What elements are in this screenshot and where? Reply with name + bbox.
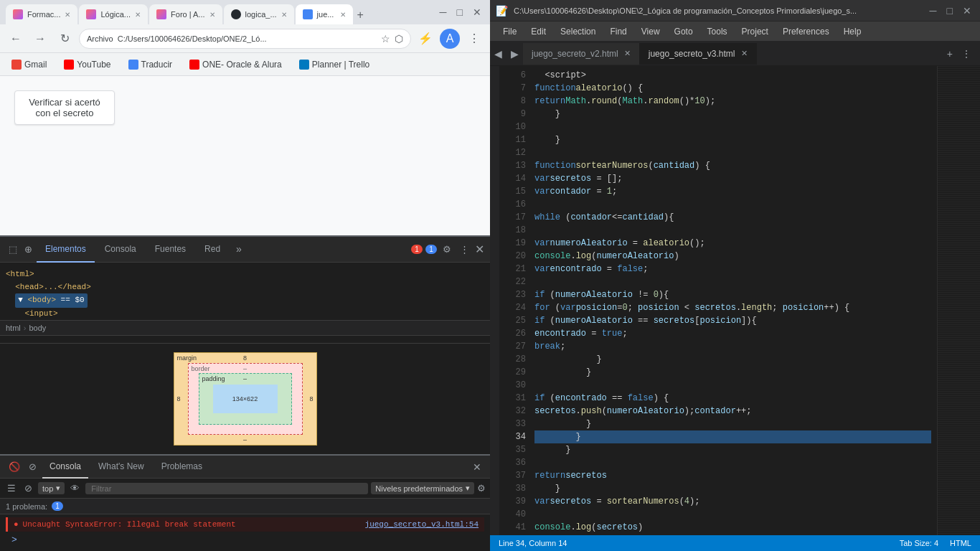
tab-close-4[interactable]: ✕: [281, 11, 287, 19]
editor-split-btn[interactable]: +: [944, 47, 956, 61]
window-maximize-btn[interactable]: □: [454, 5, 466, 19]
console-timestamp-btn[interactable]: ⊘: [22, 481, 35, 495]
code-line-29[interactable]: }: [534, 366, 931, 379]
console-context-dropdown[interactable]: top ▾: [38, 482, 65, 494]
devtools-dock-button[interactable]: ⬚: [6, 241, 20, 258]
tab-close-2[interactable]: ✕: [135, 11, 141, 19]
browser-tab-3[interactable]: Foro | A... ✕: [149, 4, 222, 24]
code-line-20[interactable]: console.log(numeroAleatorio): [534, 250, 931, 263]
devtools-tab-sources[interactable]: Fuentes: [146, 237, 194, 263]
styles-tab-styles[interactable]: Estilos: [6, 336, 43, 343]
code-line-28[interactable]: }: [534, 353, 931, 366]
menu-preferences[interactable]: Preferences: [776, 22, 837, 42]
code-line-30[interactable]: [534, 379, 931, 392]
code-line-8[interactable]: return Math.round(Math.random()*10);: [534, 95, 931, 108]
code-line-9[interactable]: }: [534, 108, 931, 121]
menu-project[interactable]: Project: [735, 22, 776, 42]
code-line-15[interactable]: var contador = 1;: [534, 185, 931, 198]
console-sidebar-btn[interactable]: ☰: [4, 481, 19, 495]
code-line-10[interactable]: [534, 121, 931, 133]
editor-nav-back[interactable]: ◀: [490, 48, 507, 60]
devtools-more-btn[interactable]: ⋮: [457, 241, 472, 258]
code-line-40[interactable]: [534, 508, 931, 521]
menu-help[interactable]: Help: [837, 22, 869, 42]
menu-selection[interactable]: Selection: [553, 22, 603, 42]
extensions-button[interactable]: ⚡: [415, 29, 435, 49]
reload-button[interactable]: ↻: [55, 29, 75, 49]
verify-button[interactable]: Verificar si acertó con el secreto: [14, 90, 115, 125]
code-line-33[interactable]: }: [534, 418, 931, 430]
devtools-inspect-button[interactable]: ⊕: [22, 241, 35, 258]
editor-nav-forward[interactable]: ▶: [507, 48, 523, 60]
editor-maximize-btn[interactable]: □: [944, 4, 956, 18]
menu-edit[interactable]: Edit: [524, 22, 553, 42]
code-line-25[interactable]: if (numeroAleatorio == secretos[posicion…: [534, 314, 931, 327]
devtools-tab-network[interactable]: Red: [196, 237, 229, 263]
code-line-7[interactable]: function aleatorio() {: [534, 82, 931, 95]
console-clear-btn[interactable]: 🚫: [6, 460, 23, 474]
code-line-37[interactable]: return secretos: [534, 469, 931, 482]
window-minimize-btn[interactable]: ─: [437, 5, 450, 19]
code-line-6[interactable]: <script>: [534, 69, 931, 82]
menu-goto[interactable]: Goto: [667, 22, 700, 42]
address-bar[interactable]: Archivo C:/Users/100064626/Desktop/ONE/2…: [79, 29, 411, 49]
bookmark-oracle[interactable]: ONE- Oracle & Alura: [184, 57, 288, 72]
new-tab-button[interactable]: +: [354, 6, 367, 24]
editor-close-btn[interactable]: ✕: [960, 4, 974, 18]
devtools-settings-btn[interactable]: ⚙: [440, 241, 454, 258]
console-levels-dropdown[interactable]: Niveles predeterminados ▾: [371, 482, 474, 494]
console-tab-console[interactable]: Consola: [42, 456, 88, 479]
console-eye-btn[interactable]: 👁: [67, 481, 83, 495]
tab-close-1[interactable]: ✕: [65, 11, 70, 19]
devtools-tab-more[interactable]: »: [230, 237, 248, 263]
devtools-tab-console[interactable]: Consola: [96, 237, 145, 263]
code-line-41[interactable]: console.log(secretos): [534, 521, 931, 534]
browser-tab-2[interactable]: Lógica... ✕: [79, 4, 148, 24]
styles-tab-computed[interactable]: Calculados: [44, 336, 98, 343]
editor-tab-v3-close[interactable]: ✕: [741, 49, 748, 58]
code-line-39[interactable]: var secretos = sortearNumeros(4);: [534, 495, 931, 508]
styles-tab-more[interactable]: »: [245, 336, 262, 343]
code-line-26[interactable]: encontrado = true;: [534, 327, 931, 340]
bookmark-gmail[interactable]: Gmail: [6, 57, 52, 72]
menu-button[interactable]: ⋮: [464, 29, 484, 49]
address-star-icon[interactable]: ☆: [381, 33, 390, 44]
code-line-13[interactable]: function sortearNumeros(cantidad) {: [534, 159, 931, 172]
code-line-38[interactable]: }: [534, 482, 931, 495]
editor-minimize-btn[interactable]: ─: [927, 4, 940, 18]
breadcrumb-body[interactable]: body: [29, 324, 46, 332]
tab-close-3[interactable]: ✕: [209, 11, 215, 19]
code-line-23[interactable]: if (numeroAleatorio != 0){: [534, 288, 931, 301]
profile-button[interactable]: A: [440, 29, 460, 49]
console-tab-whatsnew[interactable]: What's New: [91, 456, 151, 479]
console-error-link[interactable]: juego_secreto_v3.html:54: [365, 520, 479, 529]
browser-tab-1[interactable]: Formac... ✕: [6, 4, 77, 24]
code-line-17[interactable]: while (contador<=cantidad){: [534, 211, 931, 224]
code-line-34[interactable]: }: [534, 430, 931, 443]
console-gear-btn[interactable]: ⚙: [477, 483, 486, 494]
code-line-32[interactable]: secretos.push(numeroAleatorio);contador+…: [534, 405, 931, 418]
code-line-35[interactable]: }: [534, 443, 931, 456]
editor-tab-v2[interactable]: juego_secreto_v2.html ✕: [523, 43, 640, 65]
code-line-19[interactable]: var numeroAleatorio = aleatorio();: [534, 237, 931, 250]
breadcrumb-html[interactable]: html: [6, 324, 21, 332]
bookmark-trello[interactable]: Planner | Trello: [293, 57, 376, 72]
editor-tab-v3[interactable]: juego_secreto_v3.html ✕: [640, 43, 757, 65]
console-filter-btn[interactable]: ⊘: [26, 460, 39, 474]
code-line-27[interactable]: break;: [534, 340, 931, 353]
styles-tab-processors[interactable]: Procesadores de eventos: [140, 336, 244, 343]
code-line-21[interactable]: var encontrado = false;: [534, 263, 931, 276]
menu-view[interactable]: View: [634, 22, 667, 42]
code-line-11[interactable]: }: [534, 133, 931, 146]
console-close-btn[interactable]: ✕: [470, 460, 484, 474]
browser-tab-5[interactable]: jue... ✕: [296, 4, 353, 24]
forward-button[interactable]: →: [30, 29, 50, 49]
back-button[interactable]: ←: [6, 29, 26, 49]
bookmark-youtube[interactable]: YouTube: [58, 57, 116, 72]
code-line-14[interactable]: var secretos = [];: [534, 172, 931, 185]
menu-tools[interactable]: Tools: [700, 22, 735, 42]
address-extension-icon[interactable]: ⬡: [395, 33, 403, 44]
devtools-tab-elements[interactable]: Elementos: [37, 237, 95, 263]
console-filter-input[interactable]: [85, 483, 368, 494]
editor-tab-v2-close[interactable]: ✕: [624, 49, 631, 58]
